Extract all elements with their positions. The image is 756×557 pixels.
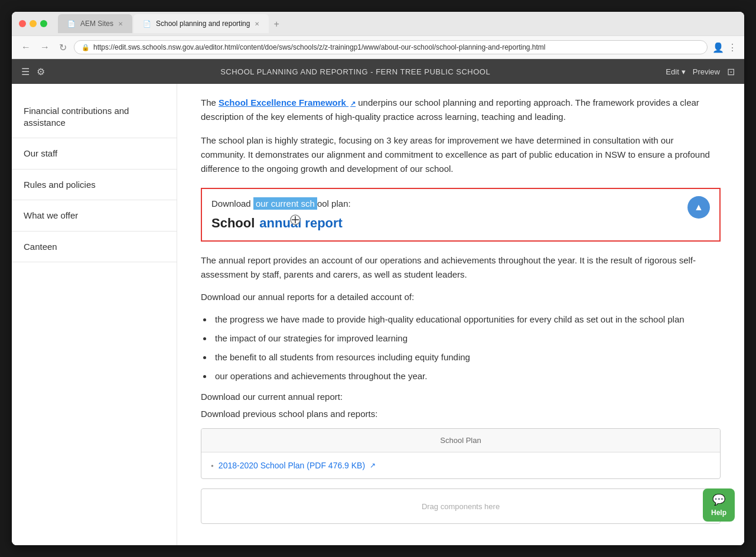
menu-icon[interactable]: ⋮	[728, 42, 737, 53]
intro-paragraph-1: The School Excellence Framework ↗ The Sc…	[201, 96, 721, 124]
close-button[interactable]	[19, 20, 26, 27]
address-text: https://edit.sws.schools.nsw.gov.au/edit…	[93, 43, 546, 51]
sidebar-item-label: Rules and policies	[24, 180, 96, 190]
sef-link[interactable]: School Excellence Framework ↗	[219, 97, 356, 108]
upload-button[interactable]: ▲	[687, 196, 710, 219]
download-text-before: Download	[211, 198, 253, 209]
intro-paragraph-2: The school plan is highly strategic, foc…	[201, 133, 721, 176]
download-text-after: ool plan:	[317, 198, 351, 209]
minimize-button[interactable]	[30, 20, 37, 27]
browser-actions: 👤 ⋮	[712, 42, 737, 53]
tab-icon-active: 📄	[143, 20, 151, 28]
annual-report-download-intro: Download our annual reports for a detail…	[201, 290, 721, 304]
school-plan-link[interactable]: 2018-2020 School Plan (PDF 476.9 KB)	[219, 461, 365, 470]
main-content: The School Excellence Framework ↗ The Sc…	[177, 84, 744, 545]
current-annual-report-label: Download our current annual report:	[201, 392, 721, 402]
preview-button[interactable]: Preview	[693, 67, 720, 76]
back-button[interactable]: ←	[19, 40, 33, 55]
tab-label: AEM Sites	[80, 19, 113, 28]
toolbar-right: Edit ▾ Preview ⊡	[666, 66, 735, 77]
traffic-lights	[19, 20, 47, 27]
previous-plans-label: Download previous school plans and repor…	[201, 409, 721, 419]
download-link-highlighted[interactable]: our current sch	[253, 197, 317, 210]
bullet-item-4: our operations and achievements througho…	[213, 369, 721, 383]
heading-school-text: School	[211, 216, 255, 231]
upload-arrow-icon: ▲	[694, 202, 703, 213]
toolbar-left: ☰ ⚙	[21, 66, 45, 77]
browser-tabs: 📄 AEM Sites ✕ 📄 School planning and repo…	[58, 14, 737, 33]
sidebar-item-staff[interactable]: Our staff	[12, 138, 177, 170]
download-section: Download our current school plan: School…	[201, 188, 721, 242]
settings-icon[interactable]: ⚙	[37, 66, 45, 77]
maximize-button[interactable]	[40, 20, 47, 27]
external-link-icon: ↗	[350, 100, 356, 107]
chevron-down-icon: ▾	[682, 67, 686, 76]
annual-report-description: The annual report provides an account of…	[201, 253, 721, 282]
bullet-item-3: the benefit to all students from resourc…	[213, 350, 721, 364]
bullet-list: the progress we have made to provide hig…	[213, 312, 721, 383]
address-bar[interactable]: 🔒 https://edit.sws.schools.nsw.gov.au/ed…	[74, 40, 708, 54]
profile-icon[interactable]: 👤	[712, 42, 724, 53]
help-icon: 💬	[712, 493, 725, 506]
external-link-icon: ↗	[370, 461, 376, 470]
sidebar-item-label: Our staff	[24, 148, 57, 158]
dot-icon: ●	[211, 463, 214, 468]
tab-school-planning[interactable]: 📄 School planning and reporting ✕	[133, 14, 269, 33]
tab-active-label: School planning and reporting	[156, 19, 250, 28]
content-wrapper: Financial contributions and assistance O…	[12, 84, 744, 545]
address-bar-row: ← → ↻ 🔒 https://edit.sws.schools.nsw.gov…	[12, 35, 744, 59]
sidebar-item-label: Financial contributions and assistance	[24, 106, 129, 128]
table-link-row: ● 2018-2020 School Plan (PDF 476.9 KB) ↗	[201, 452, 720, 478]
sidebar-item-label: Canteen	[24, 242, 57, 252]
cms-toolbar: ☰ ⚙ SCHOOL PLANNING AND REPORTING - FERN…	[12, 59, 744, 84]
share-icon[interactable]: ⊡	[727, 66, 735, 77]
help-button[interactable]: 💬 Help	[703, 488, 735, 522]
school-annual-report-heading: School annual report	[211, 216, 343, 231]
tab-aem-sites[interactable]: 📄 AEM Sites ✕	[58, 14, 132, 33]
sidebar-item-offer[interactable]: What we offer	[12, 200, 177, 232]
download-label: Download our current school plan:	[211, 198, 710, 209]
bullet-item-2: the impact of our strategies for improve…	[213, 331, 721, 346]
forward-button[interactable]: →	[38, 40, 52, 55]
bullet-item-1: the progress we have made to provide hig…	[213, 312, 721, 327]
cms-toolbar-title: SCHOOL PLANNING AND REPORTING - FERN TRE…	[45, 67, 666, 76]
drag-zone-label: Drag components here	[422, 502, 500, 511]
table-header: School Plan	[201, 429, 720, 452]
refresh-button[interactable]: ↻	[57, 40, 69, 56]
help-label: Help	[711, 509, 726, 517]
security-icon: 🔒	[82, 44, 90, 51]
tab-icon: 📄	[67, 20, 76, 28]
new-tab-button[interactable]: +	[270, 15, 282, 33]
annual-report-link[interactable]: annual report	[259, 216, 343, 231]
sidebar: Financial contributions and assistance O…	[12, 84, 177, 545]
drag-zone[interactable]: Drag components here	[201, 488, 721, 524]
edit-button[interactable]: Edit ▾	[666, 67, 685, 76]
sidebar-item-financial[interactable]: Financial contributions and assistance	[12, 96, 177, 138]
school-plan-table: School Plan ● 2018-2020 School Plan (PDF…	[201, 428, 721, 479]
tab-close-active-icon[interactable]: ✕	[255, 21, 259, 27]
title-bar: 📄 AEM Sites ✕ 📄 School planning and repo…	[12, 12, 744, 35]
tab-close-icon[interactable]: ✕	[118, 21, 123, 27]
sidebar-toggle-icon[interactable]: ☰	[21, 66, 30, 77]
sidebar-item-rules[interactable]: Rules and policies	[12, 170, 177, 201]
sidebar-item-label: What we offer	[24, 210, 78, 220]
sidebar-item-canteen[interactable]: Canteen	[12, 232, 177, 263]
